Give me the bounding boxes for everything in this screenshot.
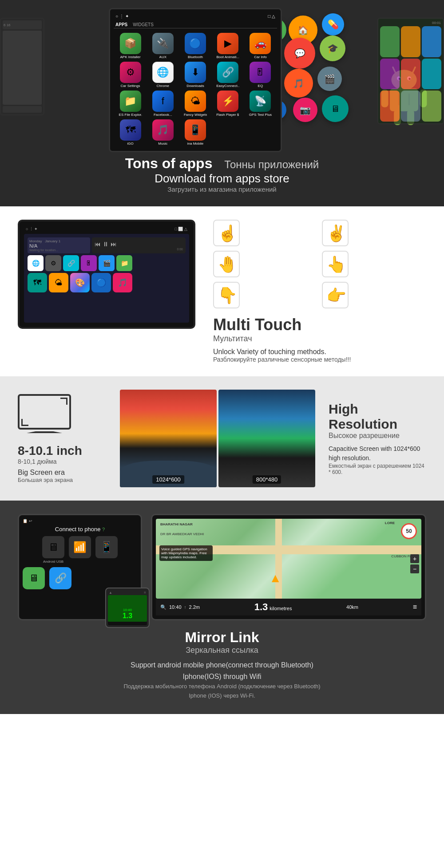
gestures-grid: ☝ ✌ 🤚 👆 👇 bbox=[213, 220, 426, 308]
app-label: GPS Test Plus bbox=[249, 113, 272, 117]
gesture-6: 👉 bbox=[322, 282, 349, 308]
device-status-bar: ○ ⋮ ✦ □ △ bbox=[114, 13, 277, 20]
bubble-8: 🎵 bbox=[284, 69, 313, 98]
mirror-title-ru: Зеркальная ссылка bbox=[18, 646, 426, 655]
app-item[interactable]: ▶Boot Animati... bbox=[213, 33, 243, 59]
apps-subtitle-en: Download from apps store bbox=[125, 172, 319, 185]
screen-label-1: 1024*600 bbox=[152, 475, 184, 484]
corner-tr bbox=[60, 398, 67, 405]
app-item[interactable]: 📦APK Installer bbox=[115, 33, 145, 59]
app-item[interactable]: ⬇Downloads bbox=[180, 62, 210, 88]
mirror-text: Mirror Link Зеркальная ссылка Support an… bbox=[18, 629, 426, 701]
app-item[interactable]: 🗺iGO bbox=[115, 119, 145, 146]
app-label: Flash Player $. bbox=[216, 113, 239, 117]
gesture-3: 🤚 bbox=[213, 251, 240, 277]
app-item[interactable]: 🔗EasyConnect... bbox=[213, 62, 243, 88]
app-label: EQ bbox=[258, 84, 263, 88]
bubble-12: 🖥 bbox=[322, 95, 349, 122]
screen-high-res: 1024*600 bbox=[120, 390, 217, 487]
android-usb-icon: 🖥 bbox=[42, 536, 64, 558]
map-speed-sign: 50 bbox=[401, 523, 417, 539]
resolution-left: 8-10.1 inch 8-10,1 дюйма Big Screen era … bbox=[18, 394, 107, 483]
resolution-screens: 1024*600 800*480 bbox=[120, 390, 315, 487]
app-icon: 🌐 bbox=[152, 62, 174, 83]
svg-text:👇: 👇 bbox=[218, 286, 238, 305]
app-item[interactable]: 📱ina Mobile bbox=[180, 119, 210, 146]
apps-screenshots: 6 16 00:01 bbox=[0, 9, 444, 151]
mirror-icon-2[interactable]: 🔗 bbox=[49, 567, 71, 589]
app-label: Music bbox=[158, 142, 167, 146]
gesture-1: ☝ bbox=[213, 220, 240, 246]
mirror-icon-1[interactable]: 🖥 bbox=[23, 567, 45, 589]
app-item[interactable]: fFacebook... bbox=[148, 91, 178, 117]
small-phone: ▲≡ 10:40 1.3 bbox=[105, 588, 150, 628]
map-dist: 2.2m bbox=[189, 604, 200, 610]
app-icon: 📱 bbox=[185, 119, 206, 141]
app-icon: 🗺 bbox=[120, 119, 141, 141]
apps-tab[interactable]: APPS bbox=[115, 22, 127, 27]
phone-icon-wireless: 📶 bbox=[69, 536, 91, 564]
map-background: 50 BHARATHI NAGAR DR BR AMBEDKAR VEDHI L… bbox=[156, 519, 421, 599]
app-item[interactable]: 🎵Music bbox=[148, 119, 178, 146]
app-label: Bluetooth bbox=[188, 55, 203, 59]
map-unit: kilometres bbox=[270, 606, 292, 611]
mt-screen: Monday January 1 N/A Waiting for locatio… bbox=[24, 234, 189, 323]
app-item[interactable]: ⚙Car Settings bbox=[115, 62, 145, 88]
touch-desc-ru: Разблокируйте различные сенсорные методы… bbox=[213, 356, 426, 363]
mirror-title-en: Mirror Link bbox=[18, 629, 426, 646]
app-icon: 🔵 bbox=[185, 33, 206, 54]
app-item[interactable]: 📡GPS Test Plus bbox=[246, 91, 275, 117]
res-desc-ru: Емкостный экран с разрешением 1024 * 600… bbox=[329, 463, 426, 475]
app-item[interactable]: 🎚EQ bbox=[246, 62, 275, 88]
app-item[interactable]: 🚗Car Info bbox=[246, 33, 275, 59]
phone-icon-android-usb: 🖥 Android USB bbox=[42, 536, 64, 564]
mirror-desc-4: Iphone (IOS) через Wi-Fi. bbox=[18, 691, 426, 701]
mirror-desc-1: Support android mobile phone(connect thr… bbox=[18, 659, 426, 671]
small-phone-screen: 10:40 1.3 bbox=[108, 595, 147, 622]
app-icon: ⚙ bbox=[120, 62, 141, 83]
bubble-9: 🎬 bbox=[317, 67, 342, 91]
android-usb-label: Android USB bbox=[43, 560, 63, 564]
gesture-4: 👆 bbox=[322, 251, 349, 277]
map-km: 1.3 bbox=[254, 601, 268, 613]
app-icon: 📡 bbox=[250, 91, 271, 112]
bubble-6: 🎓 bbox=[320, 36, 345, 61]
multitouch-section: ○ ⋮ ✦ □ ⬜ △ Monday January 1 N/A Waiting… bbox=[0, 206, 444, 376]
device-tabs: APPS WIDGETS bbox=[114, 21, 277, 28]
map-road-v bbox=[275, 519, 282, 599]
resolution-size-ru: 8-10,1 дюйма bbox=[18, 458, 107, 465]
screen-low-res: 800*480 bbox=[218, 390, 315, 487]
map-info-bar: 🔍 10:40 ↑ 2.2m 1.3 kilometres 40km ≡ bbox=[156, 599, 421, 615]
app-icon: 📦 bbox=[120, 33, 141, 54]
wifi-icon: 📱 bbox=[95, 536, 118, 558]
app-label: Car Settings bbox=[121, 84, 140, 88]
app-item[interactable]: ⚡Flash Player $. bbox=[213, 91, 243, 117]
app-icon: ⚡ bbox=[217, 91, 238, 112]
touch-info: ☝ ✌ 🤚 👆 👇 bbox=[213, 220, 426, 363]
app-item[interactable]: 🔵Bluetooth bbox=[180, 33, 210, 59]
multitouch-device: ○ ⋮ ✦ □ ⬜ △ Monday January 1 N/A Waiting… bbox=[18, 220, 195, 329]
bubble-3: 💊 bbox=[322, 13, 344, 36]
app-item[interactable]: 🔌AUX bbox=[148, 33, 178, 59]
app-label: EasyConnect... bbox=[216, 84, 239, 88]
mirror-left-device: 📋 ↩ Connect to phone ? 🖥 Android USB 📶 📱… bbox=[18, 514, 142, 620]
res-title-ru: Высокое разрешение bbox=[329, 432, 426, 440]
app-label: AUX bbox=[159, 55, 166, 59]
app-label: ES File Explor... bbox=[119, 113, 142, 117]
map-time: 10:40 bbox=[169, 604, 182, 610]
touch-title-en: Multi Touch bbox=[213, 316, 426, 334]
mirror-desc-3: Поддержка мобильного телефона Android (п… bbox=[18, 682, 426, 691]
svg-text:👆: 👆 bbox=[326, 255, 346, 274]
app-item[interactable]: 🌐Chrome bbox=[148, 62, 178, 88]
svg-text:☝: ☝ bbox=[218, 224, 238, 243]
app-icon: 🔗 bbox=[217, 62, 238, 83]
resolution-desc-ru: Большая эра экрана bbox=[18, 477, 107, 483]
gesture-2: ✌ bbox=[322, 220, 349, 246]
widgets-tab[interactable]: WIDGETS bbox=[133, 22, 154, 27]
mirror-bottom-icons: 🖥 🔗 bbox=[23, 567, 137, 589]
app-icon: ▶ bbox=[217, 33, 238, 54]
app-item[interactable]: 📁ES File Explor... bbox=[115, 91, 145, 117]
bubble-11: 📷 bbox=[293, 98, 317, 122]
app-item[interactable]: 🌤Fancy Widgets bbox=[180, 91, 210, 117]
apps-grid: 📦APK Installer🔌AUX🔵Bluetooth▶Boot Animat… bbox=[114, 31, 277, 147]
